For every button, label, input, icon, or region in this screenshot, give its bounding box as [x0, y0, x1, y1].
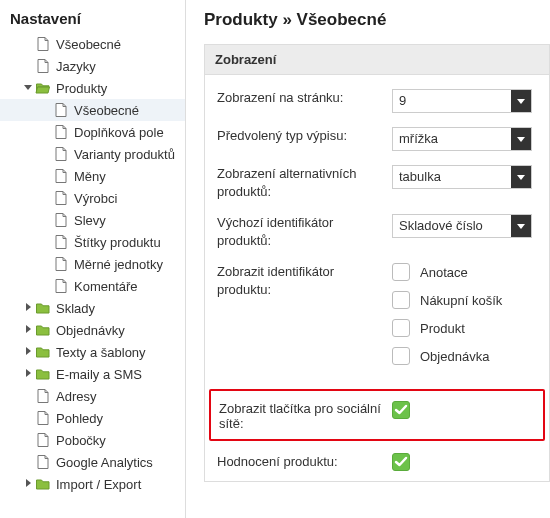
- settings-tree: VšeobecnéJazykyProduktyVšeobecnéDoplňkov…: [0, 33, 185, 495]
- row-per-page: Zobrazení na stránku: 9: [217, 89, 537, 113]
- label-default-id: Výchozí identifikátor produktů:: [217, 214, 392, 249]
- tree-item-label: Google Analytics: [52, 455, 153, 470]
- folder-icon: [34, 322, 52, 338]
- tree-item-19[interactable]: Google Analytics: [0, 451, 185, 473]
- tree-item-label: Výrobci: [70, 191, 117, 206]
- label-show-id: Zobrazit identifikátor produktu:: [217, 263, 392, 375]
- panel-header: Zobrazení: [204, 44, 550, 75]
- caret-right-icon[interactable]: [22, 477, 34, 491]
- caret-right-icon[interactable]: [22, 301, 34, 315]
- tree-item-8[interactable]: Slevy: [0, 209, 185, 231]
- tree-item-3[interactable]: Všeobecné: [0, 99, 185, 121]
- tree-item-label: Adresy: [52, 389, 96, 404]
- tree-item-label: Měrné jednotky: [70, 257, 163, 272]
- tree-item-2[interactable]: Produkty: [0, 77, 185, 99]
- row-alt-products: Zobrazení alternativních produktů: tabul…: [217, 165, 537, 200]
- checkbox-label: Objednávka: [420, 349, 489, 364]
- caret-right-icon[interactable]: [22, 345, 34, 359]
- checkbox-label: Anotace: [420, 265, 468, 280]
- row-show-id: Zobrazit identifikátor produktu: Anotace…: [217, 263, 537, 375]
- checkbox-show-id-0[interactable]: [392, 263, 410, 281]
- caret-right-icon[interactable]: [22, 323, 34, 337]
- tree-item-1[interactable]: Jazyky: [0, 55, 185, 77]
- settings-sidebar: Nastavení VšeobecnéJazykyProduktyVšeobec…: [0, 0, 185, 518]
- tree-item-16[interactable]: Adresy: [0, 385, 185, 407]
- row-list-type: Předvolený typ výpisu: mřížka: [217, 127, 537, 151]
- label-social: Zobrazit tlačítka pro sociální sítě:: [219, 401, 392, 431]
- tree-item-label: Produkty: [52, 81, 107, 96]
- tree-item-label: Import / Export: [52, 477, 141, 492]
- checkbox-show-id-1[interactable]: [392, 291, 410, 309]
- tree-item-11[interactable]: Komentáře: [0, 275, 185, 297]
- label-alt-products: Zobrazení alternativních produktů:: [217, 165, 392, 200]
- tree-item-18[interactable]: Pobočky: [0, 429, 185, 451]
- folder-icon: [34, 476, 52, 492]
- tree-item-6[interactable]: Měny: [0, 165, 185, 187]
- checkbox-rating[interactable]: [392, 453, 410, 471]
- select-list-type[interactable]: mřížka: [392, 127, 532, 151]
- tree-item-4[interactable]: Doplňková pole: [0, 121, 185, 143]
- row-rating: Hodnocení produktu:: [217, 453, 537, 471]
- folder-icon: [34, 344, 52, 360]
- label-rating: Hodnocení produktu:: [217, 453, 392, 471]
- tree-item-13[interactable]: Objednávky: [0, 319, 185, 341]
- tree-item-label: E-maily a SMS: [52, 367, 142, 382]
- caret-down-icon[interactable]: [22, 82, 34, 94]
- main-content: Produkty » Všeobecné Zobrazení Zobrazení…: [185, 0, 550, 518]
- file-icon: [52, 168, 70, 184]
- file-icon: [52, 212, 70, 228]
- file-icon: [52, 102, 70, 118]
- file-icon: [34, 58, 52, 74]
- tree-item-14[interactable]: Texty a šablony: [0, 341, 185, 363]
- tree-item-0[interactable]: Všeobecné: [0, 33, 185, 55]
- tree-item-label: Všeobecné: [70, 103, 139, 118]
- tree-item-label: Slevy: [70, 213, 106, 228]
- select-alt-products[interactable]: tabulka: [392, 165, 532, 189]
- tree-item-7[interactable]: Výrobci: [0, 187, 185, 209]
- caret-right-icon[interactable]: [22, 367, 34, 381]
- checkline-3: Objednávka: [392, 347, 537, 365]
- tree-item-label: Všeobecné: [52, 37, 121, 52]
- file-icon: [34, 454, 52, 470]
- label-list-type: Předvolený typ výpisu:: [217, 127, 392, 151]
- display-panel: Zobrazení Zobrazení na stránku: 9 Předvo…: [204, 44, 550, 482]
- chevron-down-icon: [511, 90, 531, 112]
- tree-item-label: Měny: [70, 169, 106, 184]
- tree-item-12[interactable]: Sklady: [0, 297, 185, 319]
- file-icon: [52, 124, 70, 140]
- file-icon: [34, 36, 52, 52]
- file-icon: [34, 388, 52, 404]
- tree-item-label: Objednávky: [52, 323, 125, 338]
- tree-item-10[interactable]: Měrné jednotky: [0, 253, 185, 275]
- file-icon: [34, 432, 52, 448]
- tree-item-20[interactable]: Import / Export: [0, 473, 185, 495]
- tree-item-15[interactable]: E-maily a SMS: [0, 363, 185, 385]
- tree-item-9[interactable]: Štítky produktu: [0, 231, 185, 253]
- select-per-page[interactable]: 9: [392, 89, 532, 113]
- tree-item-label: Pobočky: [52, 433, 106, 448]
- file-icon: [52, 256, 70, 272]
- tree-item-5[interactable]: Varianty produktů: [0, 143, 185, 165]
- tree-item-label: Štítky produktu: [70, 235, 161, 250]
- checkbox-social[interactable]: [392, 401, 410, 419]
- tree-item-label: Pohledy: [52, 411, 103, 426]
- tree-item-label: Doplňková pole: [70, 125, 164, 140]
- checkline-1: Nákupní košík: [392, 291, 537, 309]
- checkbox-label: Nákupní košík: [420, 293, 502, 308]
- tree-item-label: Sklady: [52, 301, 95, 316]
- select-default-id[interactable]: Skladové číslo: [392, 214, 532, 238]
- checkbox-show-id-2[interactable]: [392, 319, 410, 337]
- checkline-0: Anotace: [392, 263, 537, 281]
- checkline-2: Produkt: [392, 319, 537, 337]
- file-icon: [34, 410, 52, 426]
- row-default-id: Výchozí identifikátor produktů: Skladové…: [217, 214, 537, 249]
- row-social-highlight: Zobrazit tlačítka pro sociální sítě:: [209, 389, 545, 441]
- folder-icon: [34, 366, 52, 382]
- page-title: Produkty » Všeobecné: [186, 0, 550, 44]
- tree-item-17[interactable]: Pohledy: [0, 407, 185, 429]
- tree-item-label: Varianty produktů: [70, 147, 175, 162]
- label-per-page: Zobrazení na stránku:: [217, 89, 392, 113]
- checkbox-show-id-3[interactable]: [392, 347, 410, 365]
- file-icon: [52, 278, 70, 294]
- tree-item-label: Texty a šablony: [52, 345, 146, 360]
